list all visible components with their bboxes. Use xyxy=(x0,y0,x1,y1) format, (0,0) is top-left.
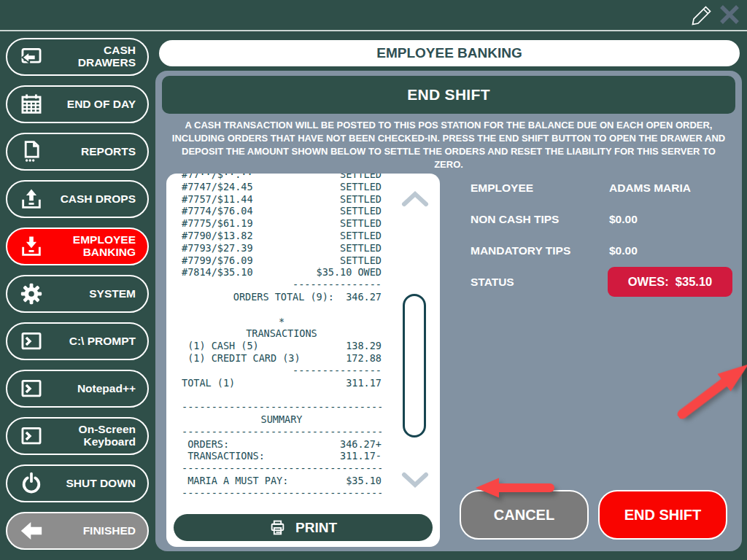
receipt-line: #7793/$27.39SETTLED xyxy=(182,242,382,254)
receipt-line: ---------------------------------- xyxy=(182,487,382,499)
receipt-text: #77··/$··.··SETTLED#7747/$24.45SETTLED#7… xyxy=(182,174,382,499)
sidebar-item-cash-drawers[interactable]: CASH DRAWERS xyxy=(6,38,149,76)
calendar-icon xyxy=(18,91,44,117)
info-label: EMPLOYEE xyxy=(471,182,533,194)
receipt-line: --------------- xyxy=(182,279,382,291)
sidebar-item-label: C:\ PROMPT xyxy=(44,335,147,348)
receipt-line: TRANSACTIONS xyxy=(182,327,382,340)
sidebar-item-on-screen-keyboard[interactable]: On-Screen Keyboard xyxy=(6,417,149,455)
receipt-line: #7747/$24.45SETTLED xyxy=(182,181,382,193)
receipt-line: #7790/$13.82SETTLED xyxy=(182,230,382,242)
sidebar-item-c-prompt[interactable]: C:\ PROMPT xyxy=(6,322,149,360)
terminal-icon xyxy=(18,423,44,449)
receipt-line: #7774/$76.04SETTLED xyxy=(182,205,382,217)
sidebar-item-employee-banking[interactable]: EMPLOYEE BANKING xyxy=(6,228,149,265)
status-badge-text: OWES: $35.10 xyxy=(628,275,713,289)
sidebar-item-label: Notepad++ xyxy=(44,383,147,395)
receipt-line: TOTAL (1)311.17 xyxy=(182,377,382,389)
info-label: STATUS xyxy=(471,276,514,288)
receipt-card: #77··/$··.··SETTLED#7747/$24.45SETTLED#7… xyxy=(166,174,440,547)
sidebar-item-label: SHUT DOWN xyxy=(44,478,147,490)
info-row-mandatory-tips: MANDATORY TIPS $0.00 xyxy=(471,244,733,260)
chevron-up-icon[interactable] xyxy=(401,189,429,209)
receipt-line xyxy=(182,303,382,316)
receipt-line: ORDERS TOTAL (9): 346.27 xyxy=(182,291,382,303)
info-value: $0.00 xyxy=(609,244,638,257)
sidebar-item-label: SYSTEM xyxy=(44,288,147,300)
receipt-line: #7757/$11.44SETTLED xyxy=(182,193,382,206)
tray-arrow-up-icon xyxy=(18,186,44,212)
receipt-line: (1) CASH (5)138.29 xyxy=(182,340,382,352)
sidebar-item-reports[interactable]: REPORTS xyxy=(6,133,149,171)
info-value: ADAMS MARIA xyxy=(609,182,691,195)
print-button[interactable]: PRINT xyxy=(174,514,433,541)
info-label: NON CASH TIPS xyxy=(471,213,559,225)
close-icon[interactable] xyxy=(718,3,741,26)
receipt-line: ORDERS:346.27+ xyxy=(182,438,382,451)
info-value: $0.00 xyxy=(609,213,638,226)
receipt-line: #7814/$35.10$35.10 OWED xyxy=(182,266,382,279)
info-label: MANDATORY TIPS xyxy=(471,244,570,257)
gear-icon xyxy=(18,281,44,307)
scrollbar-thumb[interactable] xyxy=(403,294,426,438)
sidebar-item-label: CASH DROPS xyxy=(44,193,147,206)
sidebar-item-cash-drops[interactable]: CASH DROPS xyxy=(6,180,149,218)
sidebar-item-shut-down[interactable]: SHUT DOWN xyxy=(6,464,149,502)
annotation-arrow-status xyxy=(670,353,747,427)
receipt-line: * xyxy=(182,316,382,328)
sidebar-item-label: REPORTS xyxy=(44,146,147,158)
sidebar-item-end-of-day[interactable]: END OF DAY xyxy=(6,85,149,123)
section-header-text: END SHIFT xyxy=(407,86,490,104)
receipt-line: ---------------------------------- xyxy=(182,426,382,438)
receipt-line xyxy=(182,389,382,401)
power-icon xyxy=(18,470,44,497)
receipt-line: SUMMARY xyxy=(182,413,382,426)
arrow-left-icon xyxy=(18,518,44,544)
receipt-line: ---------------------------------- xyxy=(182,462,382,475)
section-header: END SHIFT xyxy=(162,76,735,114)
end-shift-panel: END SHIFT A CASH TRANSACTION WILL BE POS… xyxy=(155,71,742,551)
receipt-line: TRANSACTIONS:311.17- xyxy=(182,450,382,462)
info-row-employee: EMPLOYEE ADAMS MARIA xyxy=(471,182,733,198)
terminal-icon xyxy=(18,328,44,354)
pencil-icon[interactable] xyxy=(690,4,713,27)
receipt-line: MARIA A MUST PAY:$35.10 xyxy=(182,475,382,487)
sidebar-item-system[interactable]: SYSTEM xyxy=(6,275,149,313)
print-button-label: PRINT xyxy=(295,520,337,536)
end-shift-button[interactable]: END SHIFT xyxy=(598,490,727,540)
cash-drawer-icon xyxy=(18,44,44,70)
top-divider xyxy=(0,30,747,31)
receipt-line: #7775/$61.19SETTLED xyxy=(182,217,382,230)
receipt-line: --------------- xyxy=(182,365,382,377)
sidebar-item-finished[interactable]: FINISHED xyxy=(6,512,149,550)
sidebar-item-label: END OF DAY xyxy=(44,98,147,111)
sidebar: CASH DRAWERSEND OF DAYREPORTSCASH DROPSE… xyxy=(6,38,149,550)
receipt-line: #77··/$··.··SETTLED xyxy=(182,174,382,181)
end-shift-button-label: END SHIFT xyxy=(624,507,702,524)
page-title-text: EMPLOYEE BANKING xyxy=(376,45,522,61)
printer-icon xyxy=(269,519,286,536)
page-title: EMPLOYEE BANKING xyxy=(159,40,740,66)
terminal-icon xyxy=(18,376,44,402)
info-row-non-cash-tips: NON CASH TIPS $0.00 xyxy=(471,213,733,229)
receipt-line: #7799/$76.09SETTLED xyxy=(182,254,382,267)
sidebar-item-label: FINISHED xyxy=(44,525,147,537)
sidebar-item-notepad-plus-plus[interactable]: Notepad++ xyxy=(6,370,149,408)
receipt-line: (1) CREDIT CARD (3)172.88 xyxy=(182,352,382,365)
employee-banking-screen: CASH DRAWERSEND OF DAYREPORTSCASH DROPSE… xyxy=(0,0,747,560)
chevron-down-icon[interactable] xyxy=(401,470,429,490)
document-icon xyxy=(18,139,44,165)
annotation-arrow-summary xyxy=(474,476,554,499)
sidebar-item-label: EMPLOYEE BANKING xyxy=(44,234,147,258)
sidebar-item-label: On-Screen Keyboard xyxy=(44,424,147,448)
cancel-button-label: CANCEL xyxy=(494,507,554,524)
tray-arrow-down-icon xyxy=(18,233,44,260)
instructions-text: A CASH TRANSACTION WILL BE POSTED TO THI… xyxy=(169,119,728,171)
sidebar-item-label: CASH DRAWERS xyxy=(44,44,147,69)
status-badge: OWES: $35.10 xyxy=(608,267,732,297)
receipt-line: ---------------------------------- xyxy=(182,401,382,413)
